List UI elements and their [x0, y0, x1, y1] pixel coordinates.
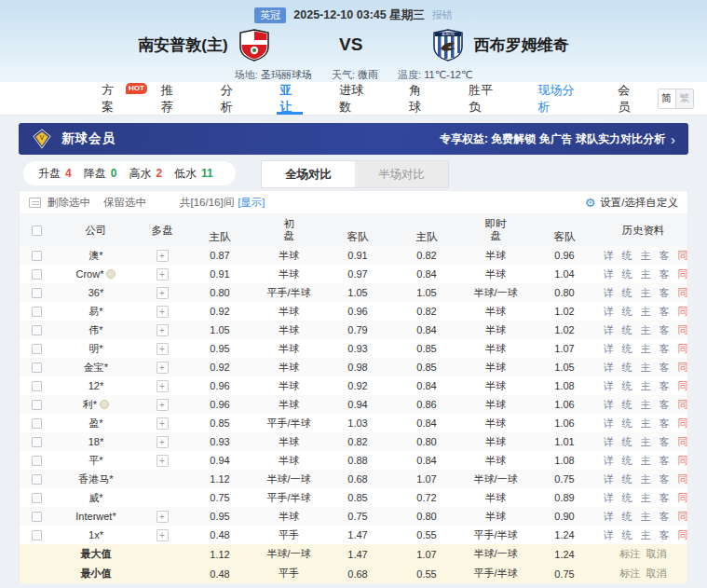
history-link[interactable]: 统: [622, 472, 632, 486]
history-link[interactable]: 详: [604, 472, 614, 486]
expand-multi-button[interactable]: +: [156, 380, 169, 392]
row-checkbox[interactable]: [32, 512, 42, 522]
history-link[interactable]: 客: [659, 249, 670, 263]
history-link[interactable]: 同: [678, 510, 688, 524]
history-link[interactable]: 同: [678, 342, 688, 356]
history-link[interactable]: 主: [641, 472, 651, 486]
company-name[interactable]: 香港马*: [78, 472, 113, 486]
company-name[interactable]: 1x*: [88, 529, 103, 540]
history-link[interactable]: 详: [604, 342, 614, 356]
tab-win-draw-lose[interactable]: 胜平负: [449, 82, 519, 115]
history-link[interactable]: 客: [659, 472, 670, 486]
row-checkbox[interactable]: [32, 456, 42, 466]
history-link[interactable]: 详: [604, 491, 614, 505]
history-link[interactable]: 详: [604, 267, 614, 281]
expand-multi-button[interactable]: +: [156, 268, 169, 280]
history-link[interactable]: 详: [604, 286, 614, 300]
row-checkbox[interactable]: [32, 288, 42, 298]
history-link[interactable]: 同: [678, 435, 688, 449]
company-name[interactable]: 金宝*: [84, 361, 108, 375]
report-error-link[interactable]: 报错: [432, 8, 453, 22]
history-link[interactable]: 统: [622, 286, 632, 300]
tab-recommend[interactable]: 推荐: [142, 82, 201, 115]
lang-traditional-button[interactable]: 繁: [676, 89, 693, 108]
history-link[interactable]: 同: [678, 491, 688, 505]
history-link[interactable]: 主: [641, 267, 651, 281]
company-name[interactable]: 12*: [88, 380, 104, 391]
company-name[interactable]: 利*: [83, 398, 97, 412]
half-match-tab[interactable]: 半场对比: [355, 161, 448, 187]
company-name[interactable]: 澳*: [88, 249, 102, 263]
history-link[interactable]: 客: [659, 398, 670, 412]
history-link[interactable]: 主: [641, 435, 651, 449]
history-link[interactable]: 同: [678, 305, 688, 319]
history-link[interactable]: 客: [659, 305, 670, 319]
history-link[interactable]: 同: [678, 472, 688, 486]
history-link[interactable]: 同: [678, 267, 688, 281]
expand-multi-button[interactable]: +: [156, 343, 169, 355]
history-link[interactable]: 统: [622, 267, 632, 281]
history-link[interactable]: 同: [678, 379, 688, 393]
history-link[interactable]: 详: [604, 305, 614, 319]
history-link[interactable]: 统: [622, 417, 632, 431]
expand-multi-button[interactable]: +: [156, 455, 169, 467]
company-name[interactable]: Crow*: [76, 268, 104, 280]
expand-multi-button[interactable]: +: [156, 250, 169, 262]
company-name[interactable]: 盈*: [88, 417, 102, 431]
row-checkbox[interactable]: [32, 437, 42, 447]
row-checkbox[interactable]: [32, 251, 42, 261]
row-checkbox[interactable]: [32, 325, 42, 335]
history-link[interactable]: 详: [604, 454, 614, 468]
history-link[interactable]: 主: [641, 286, 651, 300]
select-all-checkbox[interactable]: [32, 226, 42, 236]
history-link[interactable]: 主: [641, 398, 651, 412]
history-link[interactable]: 客: [659, 379, 670, 393]
history-link[interactable]: 主: [641, 454, 651, 468]
tab-analysis[interactable]: 分析: [201, 82, 261, 115]
history-link[interactable]: 统: [622, 454, 632, 468]
full-match-tab[interactable]: 全场对比: [262, 161, 355, 187]
company-name[interactable]: 易*: [88, 305, 102, 319]
history-link[interactable]: 客: [659, 491, 670, 505]
history-link[interactable]: 主: [641, 323, 651, 337]
company-name[interactable]: 18*: [88, 436, 104, 447]
history-link[interactable]: 同: [678, 398, 688, 412]
history-link[interactable]: 详: [604, 510, 614, 524]
history-link[interactable]: 客: [659, 528, 670, 542]
history-link[interactable]: 主: [641, 417, 651, 431]
history-link[interactable]: 客: [659, 435, 670, 449]
tab-goals[interactable]: 进球数: [320, 82, 389, 115]
history-link[interactable]: 同: [678, 454, 688, 468]
history-link[interactable]: 统: [622, 361, 632, 375]
history-link[interactable]: 客: [659, 454, 670, 468]
keep-selected-button[interactable]: 保留选中: [103, 196, 146, 210]
summary-action-link[interactable]: 标注: [620, 567, 641, 581]
history-link[interactable]: 主: [641, 305, 651, 319]
row-checkbox[interactable]: [32, 493, 42, 503]
history-link[interactable]: 详: [604, 435, 614, 449]
history-link[interactable]: 主: [641, 342, 651, 356]
history-link[interactable]: 主: [641, 379, 651, 393]
history-link[interactable]: 主: [641, 361, 651, 375]
row-checkbox[interactable]: [32, 381, 42, 391]
history-link[interactable]: 统: [622, 249, 632, 263]
expand-multi-button[interactable]: +: [156, 324, 169, 336]
history-link[interactable]: 统: [622, 491, 632, 505]
history-link[interactable]: 客: [659, 510, 670, 524]
history-link[interactable]: 主: [641, 491, 651, 505]
history-link[interactable]: 主: [641, 528, 651, 542]
history-link[interactable]: 统: [622, 379, 632, 393]
settings-button[interactable]: ⚙ 设置/选择自定义: [585, 196, 678, 210]
history-link[interactable]: 同: [678, 323, 688, 337]
expand-multi-button[interactable]: +: [156, 417, 169, 430]
history-link[interactable]: 统: [622, 510, 632, 524]
delete-selected-button[interactable]: 删除选中: [48, 196, 90, 210]
history-link[interactable]: 统: [622, 305, 632, 319]
history-link[interactable]: 客: [659, 342, 670, 356]
summary-action-link[interactable]: 标注: [620, 547, 641, 561]
expand-multi-button[interactable]: +: [156, 529, 169, 541]
vip-banner[interactable]: V 新球会员 专享权益: 免费解锁 免广告 球队实力对比分析 ›: [19, 123, 688, 155]
history-link[interactable]: 客: [659, 323, 670, 337]
history-link[interactable]: 客: [659, 361, 670, 375]
history-link[interactable]: 详: [604, 398, 614, 412]
